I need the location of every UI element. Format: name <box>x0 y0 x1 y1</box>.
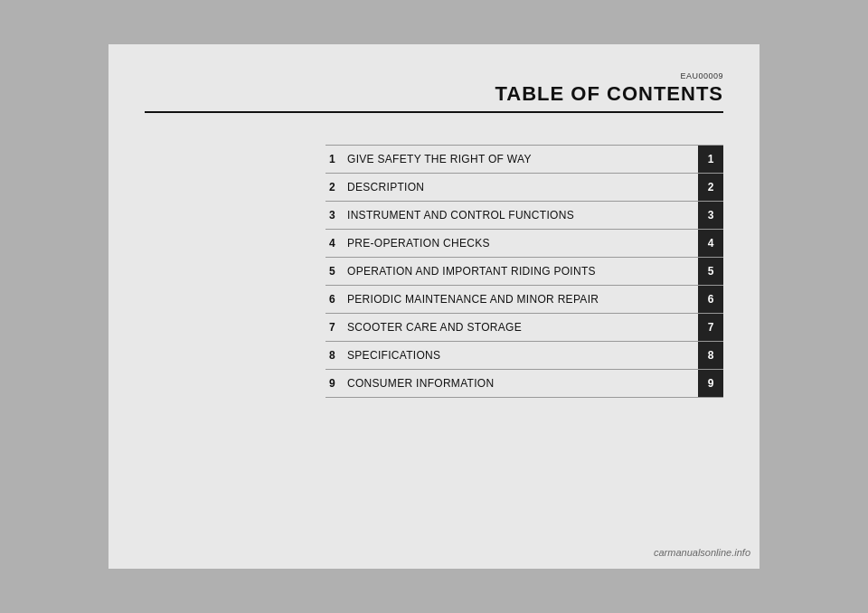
toc-row[interactable]: 8SPECIFICATIONS8 <box>326 342 723 370</box>
toc-item-number: 5 <box>326 258 344 285</box>
toc-row[interactable]: 1GIVE SAFETY THE RIGHT OF WAY1 <box>326 145 723 174</box>
toc-row[interactable]: 4PRE-OPERATION CHECKS4 <box>326 230 723 258</box>
toc-item-label: PRE-OPERATION CHECKS <box>344 230 698 257</box>
watermark: carmanualsonline.info <box>654 547 750 558</box>
page: EAU00009 TABLE OF CONTENTS 1GIVE SAFETY … <box>108 44 760 569</box>
toc-item-number: 8 <box>326 342 344 369</box>
toc-item-badge: 1 <box>698 146 723 173</box>
toc-container: 1GIVE SAFETY THE RIGHT OF WAY12DESCRIPTI… <box>326 145 723 398</box>
toc-item-label: INSTRUMENT AND CONTROL FUNCTIONS <box>344 202 698 229</box>
toc-item-number: 4 <box>326 230 344 257</box>
title-divider <box>145 111 723 113</box>
toc-item-label: CONSUMER INFORMATION <box>344 370 698 397</box>
toc-item-number: 2 <box>326 174 344 201</box>
toc-row[interactable]: 6PERIODIC MAINTENANCE AND MINOR REPAIR6 <box>326 286 723 314</box>
toc-item-number: 1 <box>326 146 344 173</box>
page-title: TABLE OF CONTENTS <box>145 82 723 106</box>
toc-item-label: PERIODIC MAINTENANCE AND MINOR REPAIR <box>344 286 698 313</box>
toc-item-badge: 9 <box>698 370 723 397</box>
toc-item-label: GIVE SAFETY THE RIGHT OF WAY <box>344 146 698 173</box>
toc-item-number: 9 <box>326 370 344 397</box>
toc-row[interactable]: 2DESCRIPTION2 <box>326 174 723 202</box>
toc-item-number: 3 <box>326 202 344 229</box>
toc-item-label: SPECIFICATIONS <box>344 342 698 369</box>
toc-item-label: OPERATION AND IMPORTANT RIDING POINTS <box>344 258 698 285</box>
document-code: EAU00009 <box>145 71 723 80</box>
toc-row[interactable]: 3INSTRUMENT AND CONTROL FUNCTIONS3 <box>326 202 723 230</box>
toc-item-badge: 3 <box>698 202 723 229</box>
toc-row[interactable]: 7SCOOTER CARE AND STORAGE7 <box>326 314 723 342</box>
toc-item-badge: 7 <box>698 314 723 341</box>
toc-item-label: DESCRIPTION <box>344 174 698 201</box>
toc-item-badge: 4 <box>698 230 723 257</box>
toc-row[interactable]: 9CONSUMER INFORMATION9 <box>326 370 723 398</box>
toc-item-badge: 6 <box>698 286 723 313</box>
toc-item-number: 6 <box>326 286 344 313</box>
toc-item-badge: 5 <box>698 258 723 285</box>
toc-item-number: 7 <box>326 314 344 341</box>
toc-item-badge: 2 <box>698 174 723 201</box>
toc-item-label: SCOOTER CARE AND STORAGE <box>344 314 698 341</box>
toc-row[interactable]: 5OPERATION AND IMPORTANT RIDING POINTS5 <box>326 258 723 286</box>
toc-item-badge: 8 <box>698 342 723 369</box>
